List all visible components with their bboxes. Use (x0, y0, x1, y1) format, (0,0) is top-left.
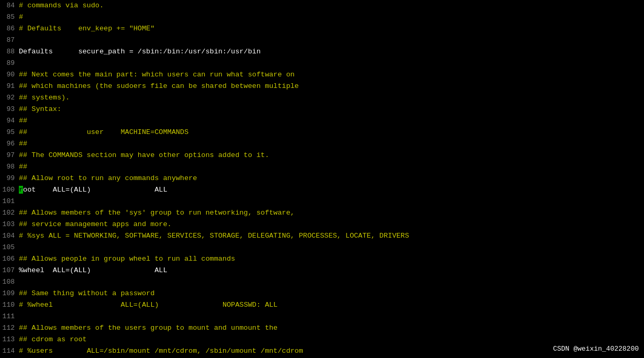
line-content: ## user MACHINE=COMMANDS (19, 127, 188, 138)
line-content: # (19, 12, 23, 23)
line-content: root ALL=(ALL) ALL (19, 184, 168, 196)
line-number: 111 (0, 311, 19, 322)
code-line: 84# commands via sudo. (0, 0, 644, 12)
line-content: ## (19, 115, 27, 127)
line-number: 90 (0, 69, 19, 81)
line-number: 84 (0, 0, 19, 12)
code-line: 107%wheel ALL=(ALL) ALL (0, 265, 644, 276)
line-content: ## Same thing without a password (19, 288, 154, 299)
code-line: 88Defaults secure_path = /sbin:/bin:/usr… (0, 46, 644, 58)
line-number: 93 (0, 104, 19, 115)
code-line: 99## Allow root to run any commands anyw… (0, 173, 644, 184)
code-line: 91## which machines (the sudoers file ca… (0, 81, 644, 92)
line-content: ## Next comes the main part: which users… (19, 69, 295, 81)
code-line: 105 (0, 242, 644, 253)
code-line: 102## Allows members of the 'sys' group … (0, 207, 644, 219)
line-number: 94 (0, 115, 19, 127)
code-line: 96## (0, 138, 644, 150)
line-number: 95 (0, 127, 19, 138)
line-content: ## Allows members of the users group to … (19, 322, 277, 334)
line-content: # %sys ALL = NETWORKING, SOFTWARE, SERVI… (19, 230, 409, 242)
line-number: 110 (0, 299, 19, 311)
line-content: Defaults secure_path = /sbin:/bin:/usr/s… (19, 46, 261, 58)
code-line: 111 (0, 311, 644, 322)
line-content: ## (19, 161, 27, 173)
code-line: 103## service management apps and more. (0, 219, 644, 230)
line-content: ## Allows members of the 'sys' group to … (19, 207, 295, 219)
code-line: 87 (0, 35, 644, 46)
code-line: 90## Next comes the main part: which use… (0, 69, 644, 81)
line-number: 98 (0, 161, 19, 173)
line-number: 114 (0, 345, 19, 357)
line-content: # %users ALL=/sbin/mount /mnt/cdrom, /sb… (19, 345, 303, 357)
code-line: 114# %users ALL=/sbin/mount /mnt/cdrom, … (0, 345, 644, 357)
line-number: 108 (0, 276, 19, 288)
line-number: 104 (0, 230, 19, 242)
line-number: 107 (0, 265, 19, 276)
code-line: 92## systems). (0, 92, 644, 104)
code-line: 98## (0, 161, 644, 173)
code-line: 86# Defaults env_keep += "HOME" (0, 23, 644, 35)
line-number: 88 (0, 46, 19, 58)
line-number: 113 (0, 334, 19, 345)
line-number: 103 (0, 219, 19, 230)
line-number: 106 (0, 253, 19, 265)
code-line: 97## The COMMANDS section may have other… (0, 150, 644, 161)
line-number: 109 (0, 288, 19, 299)
line-number: 112 (0, 322, 19, 334)
line-content: ## Syntax: (19, 104, 61, 115)
line-content: ## Allows people in group wheel to run a… (19, 253, 235, 265)
line-content: # %wheel ALL=(ALL) NOPASSWD: ALL (19, 299, 277, 311)
line-content: ## service management apps and more. (19, 219, 172, 230)
line-number: 101 (0, 196, 19, 207)
code-line: 93## Syntax: (0, 104, 644, 115)
line-content: ## cdrom as root (19, 334, 87, 345)
line-number: 89 (0, 58, 19, 69)
line-content: %wheel ALL=(ALL) ALL (19, 265, 168, 276)
line-number: 87 (0, 35, 19, 46)
code-line: 95## user MACHINE=COMMANDS (0, 127, 644, 138)
code-line: 94## (0, 115, 644, 127)
watermark-text: CSDN @weixin_40228200 (553, 345, 639, 353)
line-content: ## systems). (19, 92, 70, 104)
line-number: 96 (0, 138, 19, 150)
line-number: 99 (0, 173, 19, 184)
line-content: ## which machines (the sudoers file can … (19, 81, 299, 92)
code-line: 106## Allows people in group wheel to ru… (0, 253, 644, 265)
line-number: 100 (0, 184, 19, 196)
code-line: 89 (0, 58, 644, 69)
code-line: 113## cdrom as root (0, 334, 644, 345)
code-line: 112## Allows members of the users group … (0, 322, 644, 334)
line-number: 86 (0, 23, 19, 35)
line-number: 97 (0, 150, 19, 161)
code-line: 100root ALL=(ALL) ALL (0, 184, 644, 196)
code-line: 101 (0, 196, 644, 207)
line-content: ## (19, 138, 27, 150)
line-content: ## The COMMANDS section may have other o… (19, 150, 269, 161)
cursor: r (19, 186, 23, 194)
code-line: 109## Same thing without a password (0, 288, 644, 299)
line-content: ## Allow root to run any commands anywhe… (19, 173, 197, 184)
code-lines: 84# commands via sudo.85#86# Defaults en… (0, 0, 644, 357)
line-content: # Defaults env_keep += "HOME" (19, 23, 154, 35)
line-number: 105 (0, 242, 19, 253)
code-line: 104# %sys ALL = NETWORKING, SOFTWARE, SE… (0, 230, 644, 242)
line-number: 85 (0, 12, 19, 23)
code-line: 85# (0, 12, 644, 23)
code-line: 108 (0, 276, 644, 288)
line-content: # commands via sudo. (19, 0, 104, 12)
line-number: 102 (0, 207, 19, 219)
line-number: 92 (0, 92, 19, 104)
code-line: 110# %wheel ALL=(ALL) NOPASSWD: ALL (0, 299, 644, 311)
line-number: 91 (0, 81, 19, 92)
code-editor: 84# commands via sudo.85#86# Defaults en… (0, 0, 644, 358)
